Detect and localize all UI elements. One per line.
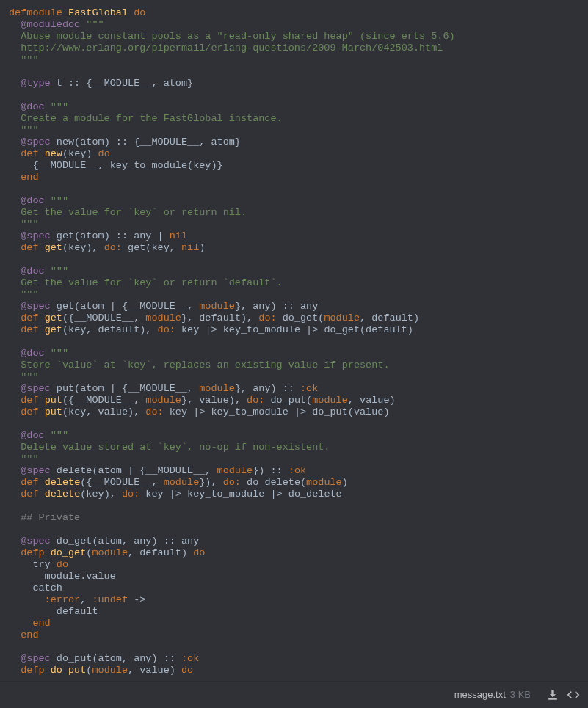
code-content[interactable]: defmodule FastGlobal do @moduledoc """ A…: [9, 7, 579, 676]
expand-code-icon[interactable]: [566, 687, 581, 702]
filename-label: message.txt: [454, 689, 506, 701]
download-icon[interactable]: [545, 687, 560, 702]
filesize-label: 3 KB: [510, 689, 531, 701]
attachment-footer: message.txt 3 KB: [0, 681, 588, 708]
code-viewer: defmodule FastGlobal do @moduledoc """ A…: [0, 0, 588, 681]
